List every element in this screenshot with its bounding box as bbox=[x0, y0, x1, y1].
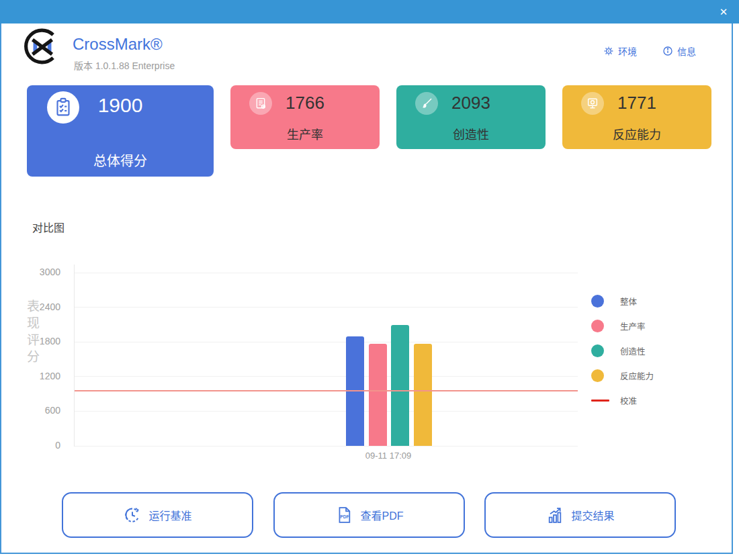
productivity-label: 生产率 bbox=[230, 125, 380, 142]
y-axis-labels: 06001200180024003000 bbox=[27, 273, 66, 446]
crossmark-logo-icon bbox=[23, 27, 62, 66]
chart-title: 对比图 bbox=[32, 219, 64, 235]
clock-history-icon bbox=[123, 506, 142, 524]
legend-line-swatch bbox=[591, 400, 609, 402]
info-icon bbox=[662, 46, 673, 56]
legend-item: 整体 bbox=[591, 294, 654, 308]
y-tick-label: 1200 bbox=[27, 371, 60, 381]
view-pdf-button[interactable]: PDF 查看PDF bbox=[273, 492, 465, 538]
creativity-value: 2093 bbox=[396, 93, 546, 113]
environment-button[interactable]: 环境 bbox=[603, 44, 637, 58]
legend-item: 生产率 bbox=[591, 319, 654, 332]
bar-反应能力 bbox=[414, 344, 432, 446]
plot-area bbox=[75, 273, 578, 446]
y-tick-label: 600 bbox=[27, 405, 60, 416]
gridline bbox=[75, 307, 578, 308]
legend-label: 整体 bbox=[620, 295, 637, 308]
run-benchmark-button[interactable]: 运行基准 bbox=[62, 492, 253, 538]
bar-创造性 bbox=[391, 325, 409, 446]
info-button[interactable]: 信息 bbox=[662, 44, 696, 58]
overall-score-label: 总体得分 bbox=[27, 150, 214, 170]
crossmark-window: ✕ CrossMark® 版本 1.0.1.88 Enterprise 环境 信… bbox=[0, 0, 739, 560]
productivity-card: 1766 生产率 bbox=[230, 85, 380, 149]
y-tick-label: 3000 bbox=[27, 267, 60, 277]
chart-legend: 整体生产率创造性反应能力校准 bbox=[591, 294, 654, 407]
pdf-file-icon: PDF bbox=[335, 506, 353, 524]
overall-score-value: 1900 bbox=[27, 94, 214, 117]
gear-icon bbox=[603, 46, 614, 56]
legend-label: 校准 bbox=[620, 394, 637, 407]
gridline bbox=[75, 273, 578, 273]
calibration-line bbox=[75, 390, 578, 391]
x-axis-category-label: 09-11 17:09 bbox=[338, 451, 439, 461]
submit-results-button[interactable]: 提交结果 bbox=[484, 492, 676, 538]
app-version: 版本 1.0.1.88 Enterprise bbox=[74, 58, 175, 72]
chart-arrow-icon bbox=[546, 506, 564, 524]
gridline bbox=[75, 411, 578, 412]
legend-label: 反应能力 bbox=[620, 369, 654, 382]
legend-swatch bbox=[591, 369, 604, 382]
legend-item: 校准 bbox=[591, 393, 654, 407]
legend-swatch bbox=[591, 295, 604, 308]
creativity-label: 创造性 bbox=[396, 125, 546, 142]
legend-item: 创造性 bbox=[591, 344, 654, 357]
legend-swatch bbox=[591, 344, 604, 357]
run-benchmark-label: 运行基准 bbox=[148, 507, 191, 523]
info-label: 信息 bbox=[677, 44, 696, 58]
svg-text:PDF: PDF bbox=[341, 514, 349, 519]
gridline bbox=[75, 446, 578, 447]
gridline bbox=[75, 376, 578, 377]
legend-label: 生产率 bbox=[620, 320, 646, 332]
bar-生产率 bbox=[369, 344, 387, 446]
y-tick-label: 1800 bbox=[27, 336, 60, 346]
responsiveness-card: 1771 反应能力 bbox=[562, 85, 711, 149]
y-tick-label: 2400 bbox=[27, 301, 60, 312]
legend-swatch bbox=[591, 320, 604, 332]
environment-label: 环境 bbox=[618, 44, 637, 58]
submit-results-label: 提交结果 bbox=[571, 507, 614, 523]
productivity-value: 1766 bbox=[230, 93, 380, 113]
close-button[interactable]: ✕ bbox=[715, 4, 732, 20]
y-tick-label: 0 bbox=[27, 440, 60, 451]
view-pdf-label: 查看PDF bbox=[360, 507, 403, 523]
window-titlebar: ✕ bbox=[0, 0, 739, 24]
legend-label: 创造性 bbox=[620, 344, 646, 357]
legend-item: 反应能力 bbox=[591, 369, 654, 382]
responsiveness-value: 1771 bbox=[562, 93, 711, 113]
creativity-card: 2093 创造性 bbox=[396, 85, 546, 149]
responsiveness-label: 反应能力 bbox=[562, 125, 711, 142]
app-title: CrossMark® bbox=[73, 35, 163, 54]
overall-score-card: 1900 总体得分 bbox=[27, 85, 214, 177]
gridline bbox=[75, 342, 578, 342]
